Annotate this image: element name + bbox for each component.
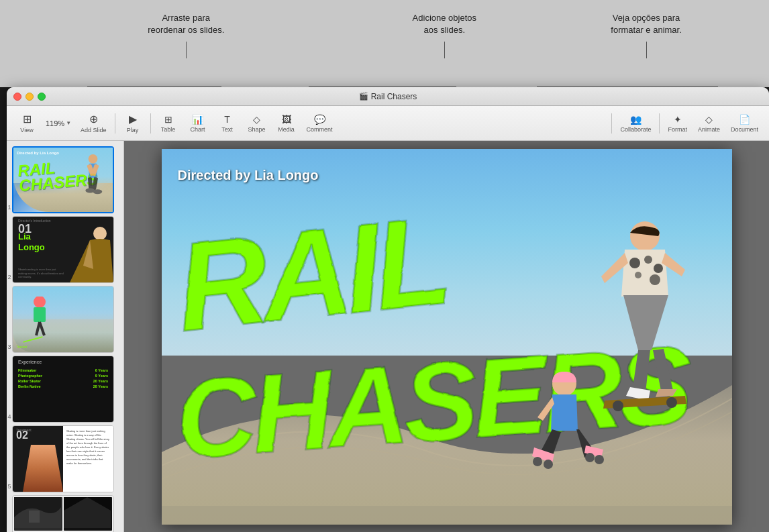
slide-view: Directed by Lia Longo RAIL CHA <box>124 141 769 532</box>
play-button[interactable]: ▶ Play <box>118 110 148 136</box>
svg-point-33 <box>613 401 623 411</box>
svg-rect-5 <box>92 176 98 190</box>
svg-rect-10 <box>34 307 46 322</box>
slide-thumbnail-4[interactable]: Experience Filmmaker6 Years Photographer… <box>12 356 114 423</box>
minimize-button[interactable] <box>25 93 34 101</box>
document-button[interactable]: 📄 Document <box>725 111 764 136</box>
svg-point-9 <box>34 297 46 308</box>
shape-button[interactable]: ◇ Shape <box>242 111 272 136</box>
slide-thumbnail-5[interactable]: Treatment 02 Skating is more than just m… <box>12 425 114 492</box>
add-slide-label: Add Slide <box>81 127 107 134</box>
slide-thumbnail-2[interactable]: Director's Introduction 01 LiaLongo Skat… <box>12 216 114 283</box>
format-label: Format <box>668 126 687 133</box>
annotation-3: Veja opções para formatar e animar. <box>611 12 682 58</box>
slide-thumb-3[interactable]: Truckin' 3 <box>7 286 123 356</box>
svg-rect-4 <box>87 177 93 190</box>
chart-button[interactable]: 📊 Chart <box>183 111 213 136</box>
document-icon: 📄 <box>739 114 750 125</box>
play-icon: ▶ <box>129 113 137 125</box>
toolbar-separator-2 <box>150 113 151 134</box>
media-button[interactable]: 🖼 Media <box>272 111 301 136</box>
view-label: View <box>20 127 33 134</box>
svg-rect-17 <box>29 511 40 523</box>
zoom-button[interactable]: 119% ▼ <box>42 117 75 129</box>
svg-point-34 <box>666 397 677 408</box>
slide-thumb-4[interactable]: Experience Filmmaker6 Years Photographer… <box>7 356 123 425</box>
text-label: Text <box>221 126 233 133</box>
view-button[interactable]: ⊞ View <box>12 110 42 136</box>
svg-point-30 <box>654 264 663 273</box>
chart-icon: 📊 <box>192 114 203 125</box>
svg-point-36 <box>533 457 542 466</box>
collaborate-icon: 👥 <box>630 114 642 125</box>
slide-number-5: 5 <box>7 483 12 490</box>
main-slide-canvas[interactable]: Directed by Lia Longo RAIL CHA <box>162 149 732 525</box>
table-icon: ⊞ <box>164 114 172 125</box>
svg-point-28 <box>629 258 640 268</box>
text-button[interactable]: T Text <box>213 111 242 136</box>
slide-thumbnail-1[interactable]: RAILCHASERS Directed by Lia Longo <box>12 146 114 213</box>
chart-label: Chart <box>191 126 205 133</box>
slide-number-2: 2 <box>7 274 12 280</box>
svg-point-32 <box>650 274 660 285</box>
svg-point-27 <box>630 221 660 251</box>
annotation-2: Adicione objetos aos slides. <box>413 12 476 58</box>
media-icon: 🖼 <box>282 114 291 125</box>
text-icon: T <box>224 114 230 125</box>
roller-skater-figure <box>517 370 611 491</box>
add-slide-button[interactable]: ⊕ Add Slide <box>75 110 112 136</box>
play-label: Play <box>127 127 139 134</box>
comment-label: Comment <box>307 126 333 133</box>
add-slide-icon: ⊕ <box>89 113 98 125</box>
slide-thumb-5[interactable]: Treatment 02 Skating is more than just m… <box>7 425 123 495</box>
collaborate-label: Collaborate <box>620 126 651 133</box>
slide-thumb-2[interactable]: Director's Introduction 01 LiaLongo Skat… <box>7 216 123 286</box>
toolbar-separator-3 <box>611 113 612 134</box>
annotation-2-text: Adicione objetos aos slides. <box>413 12 476 36</box>
maximize-button[interactable] <box>38 93 46 101</box>
directed-by-text: Directed by Lia Longo <box>178 168 319 183</box>
traffic-lights <box>13 93 46 101</box>
macos-window: 🎬 Rail Chasers ⊞ View 119% ▼ ⊕ Add Slide… <box>7 87 769 532</box>
slide-number-3: 3 <box>7 343 12 350</box>
slide-number-1: 1 <box>7 204 12 211</box>
collaborate-button[interactable]: 👥 Collaborate <box>615 111 656 136</box>
main-content: RAILCHASERS Directed by Lia Longo <box>7 141 769 532</box>
svg-line-12 <box>40 322 44 335</box>
svg-point-38 <box>585 453 595 462</box>
svg-point-31 <box>635 272 642 278</box>
animate-label: Animate <box>698 126 720 133</box>
annotation-1-text: Arraste para reordenar os slides. <box>148 12 224 36</box>
slide-panel[interactable]: RAILCHASERS Directed by Lia Longo <box>7 141 124 532</box>
animate-button[interactable]: ◇ Animate <box>693 111 725 136</box>
slide-thumbnail-3[interactable]: Truckin' <box>12 286 114 353</box>
format-icon: ✦ <box>674 114 682 125</box>
window-title: 🎬 Rail Chasers <box>359 92 417 101</box>
annotation-area: Arraste para reordenar os slides. Adicio… <box>0 0 769 87</box>
slide-thumbnail-6[interactable] <box>12 495 114 532</box>
view-icon: ⊞ <box>23 113 32 125</box>
zoom-value: 119% <box>46 119 64 127</box>
slide-thumb-1[interactable]: RAILCHASERS Directed by Lia Longo <box>7 146 123 216</box>
table-button[interactable]: ⊞ Table <box>154 111 183 136</box>
close-button[interactable] <box>13 93 21 101</box>
format-button[interactable]: ✦ Format <box>662 111 693 136</box>
annotation-3-text: Veja opções para formatar e animar. <box>611 12 682 36</box>
table-label: Table <box>161 126 176 133</box>
svg-rect-24 <box>162 506 732 525</box>
svg-point-37 <box>544 460 553 469</box>
annotation-1: Arraste para reordenar os slides. <box>148 12 224 58</box>
media-label: Media <box>278 126 295 133</box>
svg-point-0 <box>88 154 97 164</box>
svg-point-7 <box>93 189 102 194</box>
comment-icon: 💬 <box>314 114 325 125</box>
svg-point-8 <box>93 227 107 240</box>
comment-button[interactable]: 💬 Comment <box>301 111 338 136</box>
toolbar: ⊞ View 119% ▼ ⊕ Add Slide ▶ Play ⊞ Table… <box>7 106 769 141</box>
slide-thumb-6[interactable]: 6 <box>7 495 123 532</box>
animate-icon: ◇ <box>705 114 713 125</box>
shape-label: Shape <box>248 126 266 133</box>
slide-number-4: 4 <box>7 413 12 420</box>
document-label: Document <box>731 126 758 133</box>
svg-point-29 <box>644 256 652 264</box>
